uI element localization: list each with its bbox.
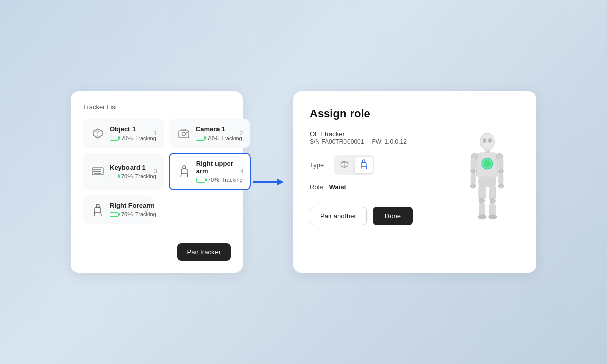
type-btn-cube[interactable] xyxy=(335,157,354,173)
assign-content: Assign role OET tracker S/N FA00TR000001… xyxy=(310,107,444,259)
tracker-info-upper-arm: Right upper arm 70% Tracking xyxy=(196,160,243,183)
svg-point-48 xyxy=(478,215,486,219)
robot-figure xyxy=(454,107,520,259)
svg-point-52 xyxy=(489,215,497,219)
tracker-meta: S/N FA00TR000001 FW: 1.0.0.12 xyxy=(310,138,444,145)
tracker-card-object1[interactable]: Object 1 70% Tracking 1 xyxy=(83,119,164,148)
tracker-type-group: OET tracker S/N FA00TR000001 FW: 1.0.0.1… xyxy=(310,130,444,145)
svg-rect-51 xyxy=(490,203,496,216)
tracker-number-camera1: 2 xyxy=(240,130,243,137)
done-button[interactable]: Done xyxy=(373,207,413,225)
tracker-card-keyboard1[interactable]: Keyboard 1 70% Tracking 3 xyxy=(83,153,164,190)
assign-title: Assign role xyxy=(310,107,444,120)
svg-point-28 xyxy=(483,138,486,143)
tracker-name-keyboard1: Keyboard 1 xyxy=(110,164,156,171)
action-buttons: Pair another Done xyxy=(310,207,444,225)
type-label: Type xyxy=(310,161,330,169)
keyboard-icon xyxy=(91,164,105,178)
battery-bar-upper-arm xyxy=(196,178,205,183)
svg-line-15 xyxy=(181,174,181,177)
panel-title: Tracker List xyxy=(83,103,231,111)
tracker-info-camera1: Camera 1 70% Tracking xyxy=(196,125,242,141)
tracker-number-forearm: 5 xyxy=(144,206,148,213)
svg-line-16 xyxy=(187,174,188,177)
svg-point-27 xyxy=(480,133,494,150)
tracker-info-object1: Object 1 70% Tracking xyxy=(110,125,156,141)
tracker-panel: Tracker List Object 1 xyxy=(71,91,243,273)
tracker-status-forearm: 70% Tracking xyxy=(110,211,156,217)
svg-rect-37 xyxy=(471,173,475,185)
svg-point-1 xyxy=(182,132,185,136)
tracker-name-object1: Object 1 xyxy=(110,125,156,133)
svg-line-26 xyxy=(366,166,367,169)
arrow-container xyxy=(253,174,283,190)
tracker-info-keyboard1: Keyboard 1 70% Tracking xyxy=(110,164,156,179)
tracker-status-upper-arm: 70% Tracking xyxy=(196,177,243,183)
tracker-row-3: Right Forearm 70% Tracking 5 xyxy=(83,195,231,224)
svg-rect-7 xyxy=(97,169,99,170)
svg-point-29 xyxy=(488,138,492,143)
cube-icon xyxy=(91,126,105,141)
role-value: Waist xyxy=(329,183,346,191)
svg-point-17 xyxy=(96,204,99,207)
assign-panel: Assign role OET tracker S/N FA00TR000001… xyxy=(293,91,536,273)
firmware-version: FW: 1.0.0.12 xyxy=(372,138,406,145)
main-container: Tracker List Object 1 xyxy=(71,91,536,273)
svg-marker-21 xyxy=(277,179,283,185)
pair-tracker-button[interactable]: Pair tracker xyxy=(177,243,231,261)
svg-rect-3 xyxy=(186,132,188,133)
svg-rect-44 xyxy=(479,177,496,186)
battery-bar-keyboard1 xyxy=(110,174,119,178)
tracker-row-1: Object 1 70% Tracking 1 xyxy=(83,119,231,148)
role-row: Role Waist xyxy=(310,183,444,191)
svg-point-14 xyxy=(183,166,186,169)
svg-rect-6 xyxy=(95,169,97,170)
svg-rect-42 xyxy=(499,173,503,185)
svg-point-24 xyxy=(363,160,365,162)
tracker-number-upper-arm: 4 xyxy=(240,168,244,175)
tracker-type-value: OET tracker xyxy=(310,130,444,138)
tracker-card-right-upper-arm[interactable]: Right upper arm 70% Tracking 4 xyxy=(169,153,251,190)
tracker-card-right-forearm[interactable]: Right Forearm 70% Tracking 5 xyxy=(83,195,154,224)
tracker-row-2: Keyboard 1 70% Tracking 3 xyxy=(83,153,231,190)
serial-number: S/N FA00TR000001 xyxy=(310,138,364,145)
svg-rect-12 xyxy=(99,171,101,172)
svg-line-19 xyxy=(101,212,101,216)
svg-rect-49 xyxy=(489,186,496,200)
tracker-info-forearm: Right Forearm 70% Tracking xyxy=(110,202,156,217)
svg-rect-11 xyxy=(97,171,99,172)
svg-point-38 xyxy=(470,184,476,188)
svg-rect-9 xyxy=(93,171,95,172)
tracker-status-object1: 70% Tracking xyxy=(110,135,156,141)
svg-rect-5 xyxy=(93,169,95,170)
svg-point-46 xyxy=(479,198,485,204)
svg-rect-40 xyxy=(499,158,503,170)
pair-another-button[interactable]: Pair another xyxy=(310,207,367,225)
type-selector: Type xyxy=(310,155,444,175)
svg-rect-10 xyxy=(95,171,97,172)
type-btn-person[interactable] xyxy=(355,157,373,173)
svg-line-18 xyxy=(94,212,95,216)
svg-rect-35 xyxy=(471,158,475,170)
person-icon-upper-arm xyxy=(177,164,191,178)
svg-rect-45 xyxy=(479,186,486,200)
tracker-status-keyboard1: 70% Tracking xyxy=(110,173,156,179)
robot-svg xyxy=(459,132,515,234)
tracker-card-camera1[interactable]: Camera 1 70% Tracking 2 xyxy=(169,119,250,148)
battery-bar-forearm xyxy=(110,212,119,217)
battery-bar-camera1 xyxy=(196,136,205,141)
tracker-name-camera1: Camera 1 xyxy=(196,125,242,133)
svg-rect-30 xyxy=(485,149,489,153)
tracker-number-keyboard1: 3 xyxy=(154,168,157,175)
role-label: Role xyxy=(310,183,323,191)
svg-rect-0 xyxy=(179,131,189,138)
battery-bar-object1 xyxy=(110,136,119,141)
tracker-status-camera1: 70% Tracking xyxy=(196,135,242,141)
svg-point-50 xyxy=(490,198,495,204)
arrow-icon xyxy=(253,174,283,190)
svg-point-43 xyxy=(498,184,504,188)
svg-point-33 xyxy=(484,160,491,168)
type-buttons xyxy=(334,155,374,175)
svg-rect-13 xyxy=(94,173,101,174)
svg-rect-47 xyxy=(479,203,485,216)
